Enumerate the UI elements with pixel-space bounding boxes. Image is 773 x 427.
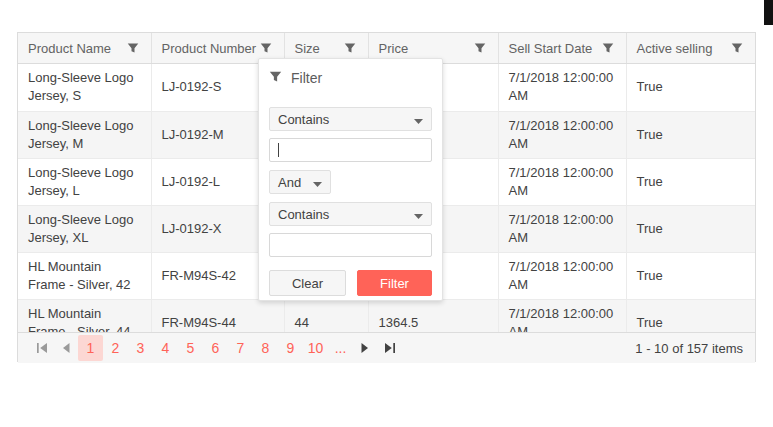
filter-funnel-icon[interactable] [600,40,616,56]
operator1-value: Contains [278,112,329,127]
filter-value1-input[interactable] [270,139,431,161]
cell-active-selling: True [626,158,755,205]
logic-dropdown[interactable]: And [269,170,331,194]
column-label: Active selling [637,41,713,56]
seek-first-icon[interactable] [30,335,54,361]
page-link-2[interactable]: 2 [103,335,128,361]
filter-popup-buttons: Clear Filter [269,270,432,296]
page-link-10[interactable]: 10 [303,335,328,361]
arrow-right-icon[interactable] [353,335,377,361]
filter-value1-wrapper [269,138,432,162]
filter-value2-input[interactable] [270,234,431,256]
page-link-9[interactable]: 9 [278,335,303,361]
page-link-7[interactable]: 7 [228,335,253,361]
cell-product-name: Long-Sleeve Logo Jersey, S [18,64,151,111]
seek-last-icon[interactable] [377,335,401,361]
filter-funnel-icon[interactable] [342,40,358,56]
cell-sell-start-date: 7/1/2018 12:00:00 AM [498,205,626,252]
cell-sell-start-date: 7/1/2018 12:00:00 AM [498,111,626,158]
page-link-5[interactable]: 5 [178,335,203,361]
page-link-8[interactable]: 8 [253,335,278,361]
text-cursor [278,143,279,157]
operator2-value: Contains [278,207,329,222]
operator2-dropdown[interactable]: Contains [269,202,432,226]
cell-sell-start-date: 7/1/2018 12:00:00 AM [498,299,626,332]
cell-product-name: Long-Sleeve Logo Jersey, M [18,111,151,158]
filter-popup-header: Filter [269,70,432,86]
cell-sell-start-date: 7/1/2018 12:00:00 AM [498,64,626,111]
corner-artifact-bar [764,0,773,25]
filter-funnel-icon[interactable] [258,40,274,56]
cell-price: 1364.5 [368,299,498,332]
cell-active-selling: True [626,299,755,332]
cell-product-number: FR-M94S-44 [151,299,284,332]
column-label: Price [379,41,409,56]
column-label: Product Name [28,41,111,56]
cell-active-selling: True [626,205,755,252]
filter-button[interactable]: Filter [357,270,432,296]
filter-funnel-icon[interactable] [472,40,488,56]
caret-down-icon [406,207,423,222]
cell-product-name: HL Mountain Frame - Silver, 42 [18,252,151,299]
funnel-icon [269,70,282,86]
clear-button[interactable]: Clear [269,270,346,296]
column-label: Size [295,41,320,56]
pager: 1 2 3 4 5 6 7 8 9 10 ... 1 - 10 of 157 i… [18,332,755,363]
caret-down-icon [406,112,423,127]
cell-active-selling: True [626,64,755,111]
cell-product-name: HL Mountain Frame - Silver, 44 [18,299,151,332]
cell-size: 44 [284,299,368,332]
column-label: Product Number [162,41,257,56]
more-pages-link[interactable]: ... [328,340,353,356]
cell-product-name: Long-Sleeve Logo Jersey, XL [18,205,151,252]
page-link-4[interactable]: 4 [153,335,178,361]
filter-value2-wrapper [269,233,432,257]
logic-value: And [278,175,301,190]
cell-active-selling: True [626,111,755,158]
filter-popup-title: Filter [291,70,322,86]
cell-product-name: Long-Sleeve Logo Jersey, L [18,158,151,205]
column-header-product-name[interactable]: Product Name [18,33,151,63]
page-link-1[interactable]: 1 [78,335,103,361]
column-header-active-selling[interactable]: Active selling [626,33,755,63]
filter-funnel-icon[interactable] [729,40,745,56]
cell-sell-start-date: 7/1/2018 12:00:00 AM [498,158,626,205]
app-window: Product Name Product Number Size Price [0,0,773,427]
filter-funnel-icon[interactable] [125,40,141,56]
caret-down-icon [305,175,322,190]
cell-sell-start-date: 7/1/2018 12:00:00 AM [498,252,626,299]
column-header-sell-start-date[interactable]: Sell Start Date [498,33,626,63]
pager-info: 1 - 10 of 157 items [635,341,743,356]
page-link-3[interactable]: 3 [128,335,153,361]
cell-active-selling: True [626,252,755,299]
page-link-6[interactable]: 6 [203,335,228,361]
operator1-dropdown[interactable]: Contains [269,107,432,131]
arrow-left-icon[interactable] [54,335,78,361]
filter-menu-popup: Filter Contains And Contains Clear Filte… [258,58,443,301]
column-label: Sell Start Date [509,41,593,56]
table-row: HL Mountain Frame - Silver, 44 FR-M94S-4… [18,299,755,332]
